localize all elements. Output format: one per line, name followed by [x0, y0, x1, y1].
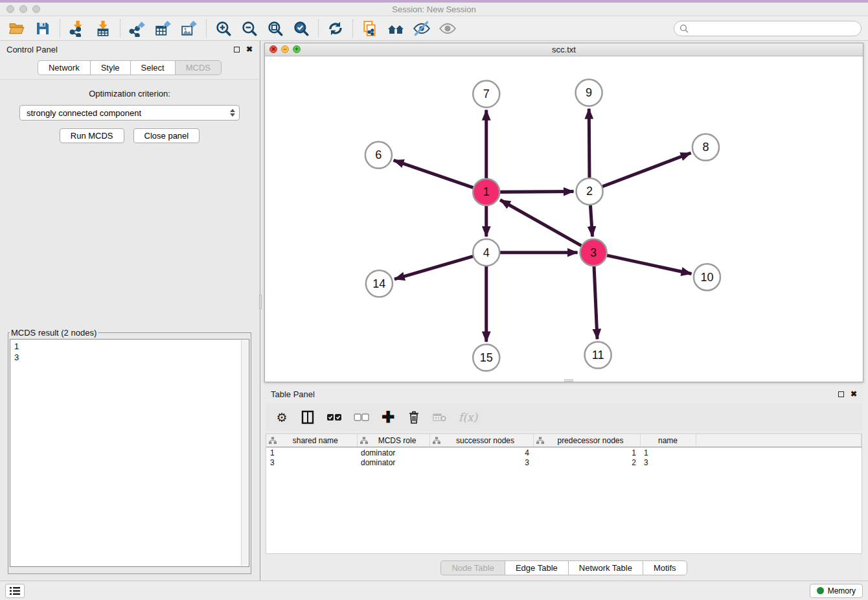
delete-table-icon[interactable] [433, 410, 447, 425]
status-bar: Memory [0, 581, 868, 600]
mcds-result-line: 1 [14, 341, 240, 352]
canvas-resize-handle[interactable] [564, 379, 573, 382]
graph-node-label: 2 [586, 185, 593, 198]
tab-network[interactable]: Network [38, 60, 90, 75]
criterion-selected-value: strongly connected component [27, 108, 141, 118]
hide-selected-icon[interactable] [413, 19, 431, 38]
zoom-selected-icon[interactable] [292, 19, 310, 38]
column-header-mcds-role[interactable]: MCDS role [357, 434, 429, 447]
import-network-icon[interactable] [68, 19, 86, 38]
tab-node-table[interactable]: Node Table [440, 560, 505, 575]
edge-3-11[interactable] [593, 258, 597, 340]
tab-mcds[interactable]: MCDS [175, 60, 222, 75]
search-field[interactable] [674, 21, 862, 36]
task-history-button[interactable] [5, 584, 25, 598]
unselect-all-columns-icon[interactable] [354, 410, 369, 425]
show-all-icon[interactable] [439, 19, 457, 38]
hierarchy-icon [536, 437, 544, 444]
criterion-select[interactable]: strongly connected component [19, 105, 240, 121]
app-titlebar: Session: New Session [0, 0, 868, 16]
cell-successor-nodes[interactable]: 4 [429, 447, 533, 457]
cell-name[interactable]: 1 [640, 447, 696, 457]
mcds-result-title: MCDS result (2 nodes) [10, 328, 98, 338]
column-header-shared-name[interactable]: shared name [266, 434, 357, 447]
memory-button[interactable]: Memory [810, 584, 863, 598]
table-panel: Table Panel ✖ ⚙ ✚ [264, 386, 863, 581]
zoom-out-icon[interactable] [240, 19, 258, 38]
apply-layout-icon[interactable] [326, 19, 345, 38]
tab-network-table[interactable]: Network Table [568, 560, 643, 575]
panel-splitter[interactable] [259, 41, 262, 581]
zoom-fit-icon[interactable] [266, 19, 284, 38]
table-panel-close-button[interactable]: ✖ [851, 389, 857, 398]
import-table-icon[interactable] [94, 19, 112, 38]
open-session-icon[interactable] [8, 19, 26, 38]
hierarchy-icon [269, 437, 277, 444]
export-table-icon[interactable] [154, 19, 172, 38]
graph-node-label: 9 [586, 86, 592, 99]
first-neighbors-icon[interactable] [387, 19, 405, 38]
run-mcds-button[interactable]: Run MCDS [60, 128, 124, 143]
export-image-icon[interactable] [180, 19, 198, 38]
edge-2-8[interactable] [595, 153, 691, 190]
graph-node-label: 7 [483, 87, 490, 100]
control-panel: Control Panel ✖ Network Style Select MCD… [0, 41, 259, 581]
edge-1-6[interactable] [394, 160, 481, 190]
column-header-name[interactable]: name [640, 434, 696, 447]
cell-mcds-role[interactable]: dominator [357, 457, 429, 468]
export-network-icon[interactable] [128, 19, 146, 38]
create-column-icon[interactable]: ✚ [381, 410, 395, 425]
hierarchy-icon [433, 437, 440, 444]
close-panel-button[interactable]: Close panel [133, 128, 200, 143]
table-row[interactable]: 3 dominator 3 2 3 [266, 457, 862, 468]
tab-motifs[interactable]: Motifs [643, 560, 687, 575]
network-canvas[interactable]: 7968124314101511 [265, 56, 863, 382]
tab-edge-table[interactable]: Edge Table [505, 560, 568, 575]
edge-4-14[interactable] [394, 254, 481, 279]
graph-node-label: 15 [480, 351, 493, 364]
table-panel-float-button[interactable] [838, 391, 844, 397]
splitter-handle[interactable] [259, 295, 262, 309]
result-scrollbar[interactable] [241, 340, 248, 566]
table-header-row: shared name MCDS role successor nodes pr… [266, 434, 862, 447]
mcds-result-list[interactable]: 1 3 [10, 339, 249, 567]
table-panel-title: Table Panel [271, 389, 315, 399]
table-settings-icon[interactable]: ⚙ [275, 410, 289, 425]
edge-1-2[interactable] [492, 192, 574, 192]
function-builder-icon[interactable]: f(x) [459, 410, 477, 425]
column-header-successor-nodes[interactable]: successor nodes [429, 434, 533, 447]
control-panel-close-button[interactable]: ✖ [246, 45, 253, 54]
session-title: Session: New Session [0, 5, 868, 14]
cell-mcds-role[interactable]: dominator [357, 447, 429, 457]
network-graph: 7968124314101511 [265, 56, 863, 382]
cell-shared-name[interactable]: 3 [266, 457, 357, 468]
save-session-icon[interactable] [34, 19, 52, 38]
tab-style[interactable]: Style [90, 60, 130, 75]
list-icon [10, 587, 20, 595]
cell-predecessor-nodes[interactable]: 1 [533, 447, 640, 457]
graph-node-label: 4 [483, 246, 490, 259]
search-input[interactable] [692, 24, 856, 33]
edge-3-10[interactable] [599, 253, 691, 273]
cell-name[interactable]: 3 [640, 457, 696, 468]
show-columns-icon[interactable] [301, 410, 315, 425]
edge-2-9[interactable] [589, 109, 589, 187]
table-tabs: Node Table Edge Table Network Table Moti… [264, 554, 863, 581]
cell-shared-name[interactable]: 1 [266, 447, 357, 457]
main-toolbar [0, 16, 868, 41]
select-all-columns-icon[interactable] [326, 410, 342, 425]
table-row[interactable]: 1 dominator 4 1 1 [266, 447, 862, 457]
control-panel-float-button[interactable] [234, 47, 240, 52]
delete-column-icon[interactable] [407, 410, 421, 425]
search-icon [680, 24, 689, 33]
clone-network-icon[interactable] [361, 19, 379, 38]
column-header-predecessor-nodes[interactable]: predecessor nodes [533, 434, 640, 447]
edge-3-1[interactable] [500, 200, 589, 249]
cell-predecessor-nodes[interactable]: 2 [533, 457, 640, 468]
tab-select[interactable]: Select [130, 60, 175, 75]
node-table[interactable]: shared name MCDS role successor nodes pr… [266, 433, 862, 554]
memory-label: Memory [828, 586, 856, 595]
zoom-in-icon[interactable] [214, 19, 233, 38]
cell-successor-nodes[interactable]: 3 [429, 457, 533, 468]
graph-node-label: 14 [372, 277, 385, 290]
